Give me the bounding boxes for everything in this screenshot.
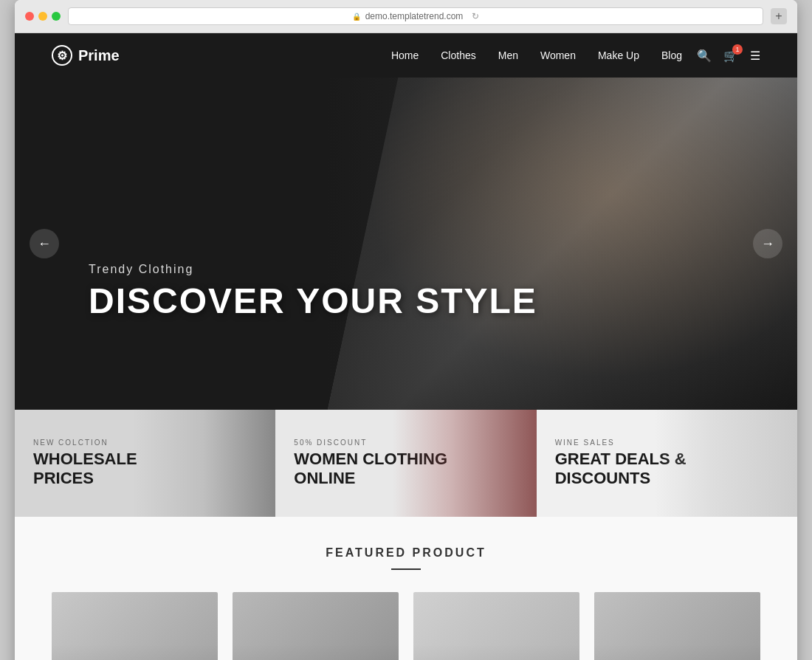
cart-icon[interactable]: 🛒 1 [723, 49, 738, 63]
browser-window: 🔒 demo.templatetrend.com ↻ + Prime Home … [15, 0, 797, 660]
slider-prev-button[interactable]: ← [30, 229, 59, 258]
nav-men[interactable]: Men [498, 49, 518, 61]
close-dot[interactable] [25, 12, 34, 21]
cart-badge: 1 [732, 44, 743, 55]
logo-icon [52, 45, 72, 66]
site-wrapper: Prime Home Clothes Men Women Make Up Blo… [15, 33, 797, 660]
address-bar[interactable]: 🔒 demo.templatetrend.com ↻ [68, 7, 763, 25]
browser-dots [25, 12, 61, 21]
logo-text: Prime [78, 47, 120, 64]
new-tab-button[interactable]: + [771, 8, 787, 24]
search-icon[interactable]: 🔍 [697, 49, 712, 63]
hero-slider: Trendy Clothing DISCOVER YOUR STYLE ← → [15, 78, 797, 410]
promo-card-1[interactable]: NEW COLCTION WHOLESALEPRICES [15, 410, 275, 517]
browser-chrome: 🔒 demo.templatetrend.com ↻ + [15, 0, 797, 33]
hero-title: DISCOVER YOUR STYLE [89, 282, 537, 321]
promo-card-2[interactable]: 50% DISCOUNT WOMEN CLOTHINGONLINE [275, 410, 536, 517]
nav-home[interactable]: Home [391, 49, 419, 61]
nav-women[interactable]: Women [540, 49, 576, 61]
product-card-1[interactable] [52, 592, 218, 660]
site-header: Prime Home Clothes Men Women Make Up Blo… [15, 33, 797, 78]
slider-next-button[interactable]: → [753, 229, 782, 258]
featured-title: FEATURED PRODUCT [52, 546, 760, 560]
hero-model-image [328, 78, 797, 410]
section-divider [391, 568, 421, 570]
product-grid [52, 592, 760, 660]
logo[interactable]: Prime [52, 45, 120, 66]
promo-card-3[interactable]: WINE SALES GREAT DEALS &DISCOUNTS [537, 410, 797, 517]
product-card-4[interactable] [594, 592, 760, 660]
maximize-dot[interactable] [52, 12, 61, 21]
nav-clothes[interactable]: Clothes [441, 49, 475, 61]
product-card-3[interactable] [413, 592, 579, 660]
nav-makeup[interactable]: Make Up [598, 49, 639, 61]
product-card-2[interactable] [233, 592, 399, 660]
hero-content: Trendy Clothing DISCOVER YOUR STYLE [89, 263, 537, 321]
lock-icon: 🔒 [352, 13, 361, 21]
address-text: demo.templatetrend.com [365, 11, 464, 21]
refresh-icon: ↻ [472, 11, 479, 21]
promo-section: NEW COLCTION WHOLESALEPRICES 50% DISCOUN… [15, 410, 797, 517]
minimize-dot[interactable] [38, 12, 47, 21]
menu-icon[interactable]: ☰ [750, 49, 760, 63]
nav-blog[interactable]: Blog [661, 49, 682, 61]
promo-model-1 [132, 410, 275, 517]
hero-subtitle: Trendy Clothing [89, 263, 537, 276]
promo-model-2 [393, 410, 536, 517]
site-nav: Home Clothes Men Women Make Up Blog [391, 49, 682, 61]
featured-section: FEATURED PRODUCT [15, 517, 797, 660]
promo-model-3 [654, 410, 797, 517]
nav-icons: 🔍 🛒 1 ☰ [697, 49, 760, 63]
